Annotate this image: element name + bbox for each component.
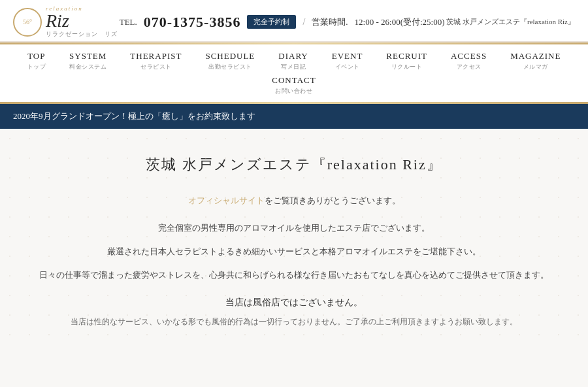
logo-katakana: リラクゼーション リズ: [46, 30, 118, 39]
nav-magazine-main: MAGAZINE: [510, 51, 561, 61]
nav-top-main: TOP: [27, 51, 45, 61]
nav-diary-main: DIARY: [278, 51, 308, 61]
separator: /: [302, 17, 305, 27]
nav-row2: CONTACT お問い合わせ: [0, 71, 588, 102]
nav-contact-sub: お問い合わせ: [275, 87, 312, 95]
nav-top-sub: トップ: [27, 63, 46, 71]
nav-diary[interactable]: DIARY 写メ日記: [267, 51, 319, 71]
tel-number: 070-1375-3856: [144, 14, 241, 31]
nav-system-sub: 料金システム: [69, 63, 106, 71]
header: 56° relaxation Riz リラクゼーション リズ TEL. 070-…: [0, 0, 588, 42]
tel-label: TEL.: [120, 17, 137, 27]
hours-label: 営業時間.: [312, 16, 348, 28]
subtitle-paragraph: オフィシャルサイトをご覧頂きありがとうございます。: [13, 194, 575, 207]
nav-therapist-sub: セラピスト: [140, 63, 172, 71]
nav-access-main: ACCESS: [451, 51, 487, 61]
logo-area[interactable]: 56° relaxation Riz リラクゼーション リズ: [13, 5, 118, 39]
business-info: 茨城 水戸メンズエステ『relaxation Riz』: [446, 17, 575, 27]
subtitle-text: をご覧頂きありがとうございます。: [265, 195, 400, 205]
nav-row1: TOP トップ SYSTEM 料金システム THERAPIST セラピスト SC…: [0, 44, 588, 71]
business-info-text: 茨城 水戸メンズエステ『relaxation Riz』: [446, 18, 575, 25]
nav-access-sub: アクセス: [457, 63, 482, 71]
nav-contact[interactable]: CONTACT お問い合わせ: [260, 75, 327, 95]
logo-circle-text: 56°: [23, 18, 32, 26]
hours-text: 12:00 - 26:00(受付:25:00): [355, 16, 445, 28]
nav-schedule-sub: 出勤セラピスト: [208, 63, 252, 71]
nav-system[interactable]: SYSTEM 料金システム: [57, 51, 118, 71]
logo-riz: Riz: [46, 12, 118, 30]
nav-schedule-main: SCHEDULE: [205, 51, 255, 61]
nav-event-sub: イベント: [335, 63, 360, 71]
nav-schedule[interactable]: SCHEDULE 出勤セラピスト: [193, 51, 267, 71]
nav-therapist[interactable]: THERAPIST セラピスト: [118, 51, 193, 71]
nav-therapist-main: THERAPIST: [130, 51, 182, 61]
logo-circle: 56°: [13, 8, 42, 37]
nav-access[interactable]: ACCESS アクセス: [439, 51, 498, 71]
nav-magazine-sub: メルマガ: [523, 63, 548, 71]
nav-container: TOP トップ SYSTEM 料金システム THERAPIST セラピスト SC…: [0, 42, 588, 104]
body-text-2: 厳選された日本人セラピストよるきめ細かいサービスと本格アロマオイルエステをご堪能…: [13, 243, 575, 260]
nav-event[interactable]: EVENT イベント: [320, 51, 375, 71]
nav-event-main: EVENT: [332, 51, 363, 61]
tel-section: TEL. 070-1375-3856 完全予約制 / 営業時間. 12:00 -…: [118, 11, 446, 33]
logo-text: relaxation Riz リラクゼーション リズ: [46, 5, 118, 39]
no-fuzz: 当店は風俗店ではございません。: [13, 297, 575, 309]
body-text-1: 完全個室の男性専用のアロマオイルを使用したエステ店でございます。: [13, 220, 575, 237]
nav-top[interactable]: TOP トップ: [16, 51, 58, 71]
nav-recruit-sub: リクルート: [391, 63, 423, 71]
bottom-text: 当店は性的なサービス、いかなる形でも風俗的行為は一切行っておりません。ご了承の上…: [13, 315, 575, 329]
nav-magazine[interactable]: MAGAZINE メルマガ: [498, 51, 572, 71]
announcement-bar: 2020年9月グランドオープン！極上の「癒し」をお約束致します: [0, 104, 588, 129]
header-top: 56° relaxation Riz リラクゼーション リズ TEL. 070-…: [0, 0, 588, 41]
nav-contact-main: CONTACT: [272, 75, 316, 86]
main-title: 茨城 水戸メンズエステ『relaxation Riz』: [13, 155, 575, 175]
main-content: 茨城 水戸メンズエステ『relaxation Riz』 オフィシャルサイトをご覧…: [0, 129, 588, 343]
nav-recruit[interactable]: RECRUIT リクルート: [374, 51, 439, 71]
body-text-3: 日々の仕事等で溜まった疲労やストレスを、心身共に和らげられる様な行き届いたおもて…: [13, 267, 575, 284]
tel-area: TEL. 070-1375-3856 完全予約制 / 営業時間. 12:00 -…: [118, 11, 446, 33]
subtitle-link[interactable]: オフィシャルサイト: [188, 195, 265, 205]
nav-system-main: SYSTEM: [69, 51, 106, 61]
nav-diary-sub: 写メ日記: [281, 63, 306, 71]
announcement-text: 2020年9月グランドオープン！極上の「癒し」をお約束致します: [13, 111, 255, 121]
yoyaku-badge: 完全予約制: [247, 15, 296, 29]
nav-recruit-main: RECRUIT: [386, 51, 427, 61]
